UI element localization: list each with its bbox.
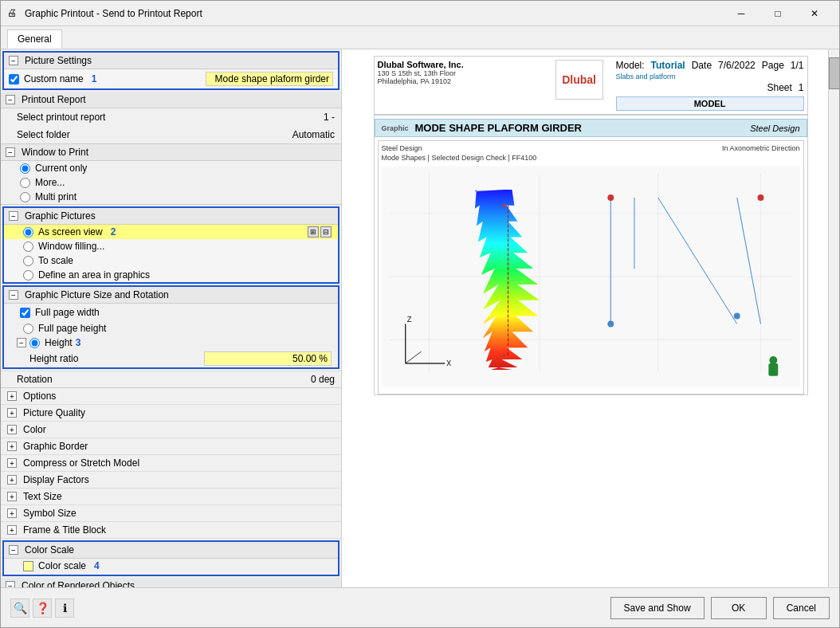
svg-rect-23 [768,363,778,376]
window-to-print-collapse[interactable]: − [6,147,15,157]
window-filling-row: Window filling... [4,239,338,253]
company-info: Dlubal Software, Inc. 130 S 15th st, 13t… [378,60,549,111]
save-show-button[interactable]: Save and Show [610,597,705,619]
color-rendered-label: Color of Rendered Objects [22,580,135,587]
company-addr1: 130 S 15th st, 13th Floor [378,69,549,77]
pic-size-header[interactable]: − Graphic Picture Size and Rotation [4,287,338,304]
more-radio[interactable] [20,178,30,188]
svg-point-26 [502,354,505,357]
height-collapse[interactable]: − [17,338,26,347]
ok-button[interactable]: OK [711,597,767,619]
color-scale-checkbox-row: Color scale 4 [4,559,338,575]
select-folder-row: Select folder Automatic [1,126,341,143]
display-expand[interactable]: + [7,475,17,485]
graphic-border-expand[interactable]: + [7,442,17,451]
report-title-bar: Graphic MODE SHAPE PLAFORM GIRDER Steel … [375,119,807,137]
frame-title-expand[interactable]: + [7,525,17,535]
define-area-radio[interactable] [23,270,33,281]
color-scale-number: 4 [94,560,100,571]
picture-quality-section[interactable]: + Picture Quality [1,405,341,422]
display-factors-section[interactable]: + Display Factors [1,472,341,489]
options-section[interactable]: + Options [1,388,341,405]
bottom-bar: 🔍 ❓ ℹ Save and Show OK Cancel [1,587,839,627]
cancel-button[interactable]: Cancel [773,597,830,619]
help-icon-btn[interactable]: ❓ [33,599,52,618]
color-rendered-collapse[interactable]: − [6,581,15,587]
title-bar: 🖨 Graphic Printout - Send to Printout Re… [1,1,839,26]
preview-scrollbar[interactable] [828,49,839,587]
height-row: − Height 3 [4,336,338,350]
custom-name-number: 1 [92,73,97,84]
options-expand[interactable]: + [7,391,17,401]
full-page-width-label: Full page width [35,307,100,318]
symbol-size-expand[interactable]: + [7,508,17,518]
frame-title-section[interactable]: + Frame & Title Block [1,522,341,539]
color-scale-header[interactable]: − Color Scale [4,542,338,559]
color-section[interactable]: + Color [1,422,341,438]
full-page-width-checkbox[interactable] [20,308,30,318]
tab-general[interactable]: General [7,29,62,49]
graphic-pictures-section: − Graphic Pictures As screen view 2 ⊞ ⊟ … [2,206,340,284]
define-area-row: Define an area in graphics [4,268,338,282]
custom-name-input[interactable] [206,72,333,86]
window-to-print-header[interactable]: − Window to Print [1,144,341,161]
current-only-radio[interactable] [20,163,30,174]
graphic-border-label: Graphic Border [23,441,88,452]
info-icon-btn[interactable]: ℹ [55,599,74,618]
graphic-title: MODE SHAPE PLAFORM GIRDER [415,122,582,134]
svg-point-12 [607,320,614,327]
minimize-button[interactable]: ─ [723,1,760,26]
resize-icon-2[interactable]: ⊟ [320,226,332,237]
logo-text: Dlubal [562,73,596,86]
sheet-key: Sheet [767,82,791,93]
page-key: Page [762,60,784,71]
printout-collapse[interactable]: − [6,95,15,104]
graphic-pictures-collapse[interactable]: − [9,211,18,221]
multi-print-radio[interactable] [20,192,30,202]
picture-settings-collapse[interactable]: − [9,56,18,65]
report-meta: Model: Tutorial Date 7/6/2022 Page 1/1 S… [610,60,804,111]
slabs-label: Slabs and platform [616,73,804,80]
full-page-height-row: Full page height [4,321,338,336]
graphic-border-section[interactable]: + Graphic Border [1,438,341,455]
resize-icon-1[interactable]: ⊞ [308,226,319,237]
to-scale-row: To scale [4,253,338,268]
color-scale-collapse[interactable]: − [9,545,18,555]
full-page-height-radio[interactable] [23,324,33,334]
color-expand[interactable]: + [7,425,17,434]
compress-expand[interactable]: + [7,458,17,468]
as-screen-view-radio[interactable] [23,227,33,237]
height-ratio-input[interactable] [204,351,332,366]
custom-name-checkbox[interactable] [9,74,19,84]
symbol-size-section[interactable]: + Symbol Size [1,505,341,522]
pic-quality-expand[interactable]: + [7,408,17,418]
pic-size-collapse[interactable]: − [9,290,18,300]
printout-report-header[interactable]: − Printout Report [1,92,341,108]
graphic-svg: z x [382,165,800,388]
select-printout-value: 1 - [255,112,335,123]
height-radio[interactable] [29,338,40,348]
display-factors-label: Display Factors [23,474,89,485]
svg-point-14 [757,194,763,201]
rotation-row: Rotation 0 deg [1,371,341,388]
close-button[interactable]: ✕ [796,1,833,26]
scroll-thumb[interactable] [829,57,839,89]
text-size-section[interactable]: + Text Size [1,489,341,505]
maximize-button[interactable]: □ [760,1,796,26]
picture-settings-label: Picture Settings [25,55,92,66]
color-rendered-header[interactable]: − Color of Rendered Objects [1,578,341,587]
window-filling-radio[interactable] [23,241,33,252]
symbol-size-label: Symbol Size [23,508,77,519]
graphic-pictures-header[interactable]: − Graphic Pictures [4,208,338,225]
search-icon-btn[interactable]: 🔍 [10,599,29,618]
app-icon: 🖨 [7,7,20,20]
to-scale-radio[interactable] [23,256,33,266]
graphic-prefix: Graphic [382,124,409,132]
height-ratio-label: Height ratio [29,353,78,364]
picture-settings-header[interactable]: − Picture Settings [4,53,338,69]
color-scale-label: Color Scale [25,544,74,555]
color-scale-checkbox[interactable] [23,561,33,571]
text-size-expand[interactable]: + [7,492,17,501]
compress-section[interactable]: + Compress or Stretch Model [1,455,341,472]
more-row: More... [1,175,341,190]
